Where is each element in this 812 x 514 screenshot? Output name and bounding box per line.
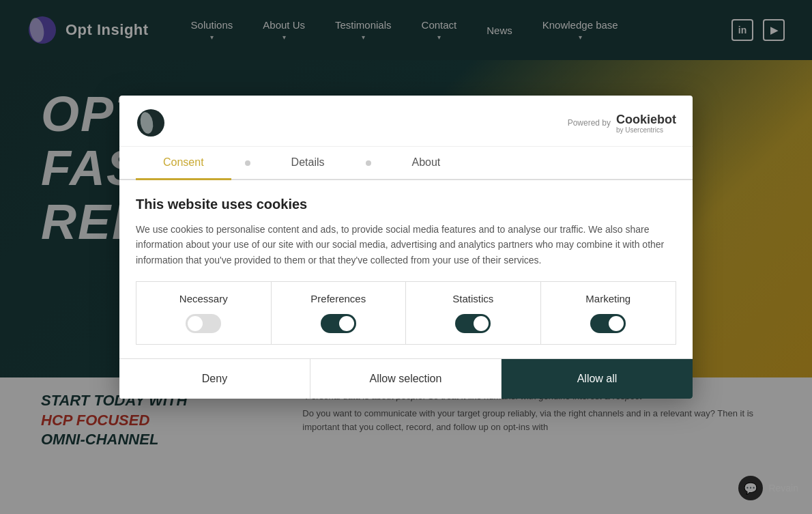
cookiebot-branding: Cookiebot by Usercentrics <box>616 113 676 134</box>
modal-tabs: Consent Details About <box>119 147 693 180</box>
cookiebot-logo-icon <box>136 108 166 138</box>
tab-dot-2 <box>366 160 371 166</box>
cat-statistics: Statistics <box>406 282 541 344</box>
cookiebot-sub: by Usercentrics <box>616 127 676 134</box>
modal-header: Powered by Cookiebot by Usercentrics <box>119 96 693 147</box>
toggle-statistics-knob <box>474 316 489 331</box>
toggle-necessary-knob <box>188 316 203 331</box>
toggle-marketing-knob <box>609 316 624 331</box>
modal-actions: Deny Allow selection Allow all <box>119 358 693 399</box>
cat-necessary-label: Necessary <box>179 293 228 304</box>
deny-button[interactable]: Deny <box>119 359 310 399</box>
tab-dot-1 <box>245 160 250 166</box>
cat-statistics-label: Statistics <box>452 293 493 304</box>
toggle-statistics[interactable] <box>455 314 491 333</box>
cat-preferences: Preferences <box>272 282 407 344</box>
cat-necessary: Necessary <box>136 282 272 344</box>
allow-selection-button[interactable]: Allow selection <box>310 359 502 399</box>
cat-preferences-label: Preferences <box>310 293 366 304</box>
modal-body: This website uses cookies We use cookies… <box>119 180 693 358</box>
toggle-necessary[interactable] <box>186 314 221 333</box>
cookiebot-name: Cookiebot <box>616 113 676 126</box>
cat-marketing-label: Marketing <box>585 293 630 304</box>
toggle-preferences[interactable] <box>321 314 356 333</box>
modal-desc: We use cookies to personalise content an… <box>136 222 676 268</box>
cookie-modal: Powered by Cookiebot by Usercentrics Con… <box>119 96 693 399</box>
tab-details[interactable]: Details <box>264 147 352 180</box>
tab-about[interactable]: About <box>385 147 468 180</box>
toggle-marketing[interactable] <box>590 314 626 333</box>
allow-all-button[interactable]: Allow all <box>502 359 693 399</box>
cat-marketing: Marketing <box>541 282 676 344</box>
cookie-categories: Necessary Preferences Statistics <box>136 281 676 345</box>
tab-consent[interactable]: Consent <box>136 147 231 180</box>
powered-by-section: Powered by Cookiebot by Usercentrics <box>568 113 676 134</box>
powered-by-label: Powered by <box>568 118 611 128</box>
toggle-preferences-knob <box>339 316 354 331</box>
modal-title: This website uses cookies <box>136 197 676 212</box>
